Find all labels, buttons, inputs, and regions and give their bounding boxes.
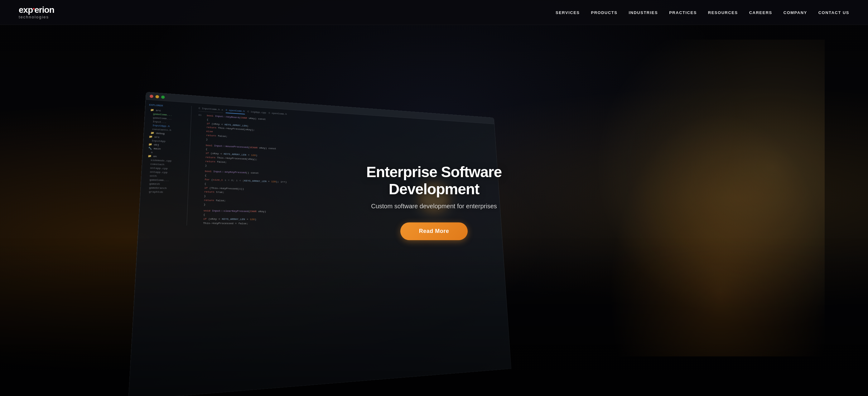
hero-title: Enterprise Software Development bbox=[325, 163, 543, 198]
nav-link-contact[interactable]: CONTACT US bbox=[818, 10, 849, 15]
logo-brand: exp■erion bbox=[19, 6, 54, 14]
logo-accent-dot: ■ bbox=[33, 7, 34, 10]
nav-link-resources[interactable]: RESOURCES bbox=[708, 10, 738, 15]
logo[interactable]: exp■erion technologies bbox=[19, 6, 54, 19]
nav-item-company[interactable]: COMPANY bbox=[783, 10, 807, 15]
logo-sub: technologies bbox=[19, 15, 54, 19]
nav-link-company[interactable]: COMPANY bbox=[783, 10, 807, 15]
nav-item-resources[interactable]: RESOURCES bbox=[708, 10, 738, 15]
code-screen: EXPLORER 📁 src gameComm... gameComm... I… bbox=[128, 92, 511, 396]
dot-red bbox=[150, 94, 153, 98]
page-wrapper: EXPLORER 📁 src gameComm... gameComm... I… bbox=[0, 0, 868, 396]
nav-link-careers[interactable]: CAREERS bbox=[749, 10, 772, 15]
nav-link-products[interactable]: PRODUCTS bbox=[591, 10, 618, 15]
nav-link-services[interactable]: SERVICES bbox=[556, 10, 580, 15]
nav-link-practices[interactable]: PRACTICES bbox=[669, 10, 697, 15]
nav-links: SERVICES PRODUCTS INDUSTRIES PRACTICES R… bbox=[556, 10, 849, 15]
nav-item-products[interactable]: PRODUCTS bbox=[591, 10, 618, 15]
nav-link-industries[interactable]: INDUSTRIES bbox=[628, 10, 658, 15]
hero-content: Enterprise Software Development Custom s… bbox=[325, 163, 543, 240]
nav-item-industries[interactable]: INDUSTRIES bbox=[628, 10, 658, 15]
nav-item-services[interactable]: SERVICES bbox=[556, 10, 580, 15]
navbar: exp■erion technologies SERVICES PRODUCTS… bbox=[0, 0, 868, 25]
nav-item-contact[interactable]: CONTACT US bbox=[818, 10, 849, 15]
dot-yellow bbox=[155, 95, 159, 98]
nav-item-careers[interactable]: CAREERS bbox=[749, 10, 772, 15]
read-more-button[interactable]: Read More bbox=[400, 223, 468, 240]
dot-green bbox=[161, 95, 165, 98]
hero-subtitle: Custom software development for enterpri… bbox=[325, 203, 543, 210]
nav-item-practices[interactable]: PRACTICES bbox=[669, 10, 697, 15]
